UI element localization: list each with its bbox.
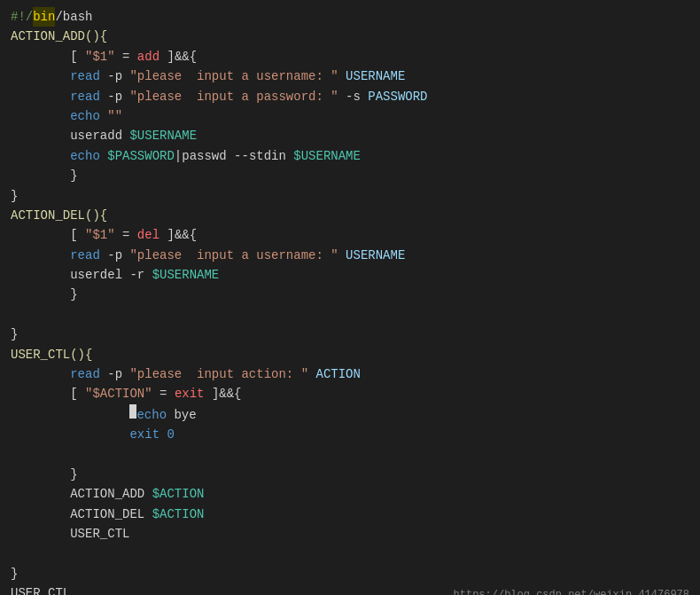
func-action-del: ACTION_DEL(){ [11, 206, 107, 225]
read-cmd4: read [70, 364, 100, 384]
echo-cmd: echo [70, 106, 100, 126]
dollar-username3: $USERNAME [152, 265, 220, 285]
prompt-action: "please input action: " [129, 364, 308, 384]
arg1b: "$1" [85, 225, 115, 245]
code-line-1: #!/bin/bash [0, 7, 700, 27]
code-line-13: read -p "please input a username: " USER… [0, 246, 700, 265]
pipe: | [175, 146, 182, 166]
var-username2: USERNAME [346, 246, 405, 265]
echo-str: "" [107, 106, 129, 126]
func-user-ctl: USER_CTL(){ [11, 345, 92, 364]
dollar-action: $ACTION [152, 484, 205, 504]
dollar-password: $PASSWORD [107, 146, 175, 166]
indent [11, 225, 70, 245]
indent [11, 166, 70, 185]
indent [11, 384, 70, 403]
code-line-12: [ "$1" = del ]&&{ [0, 225, 700, 245]
code-line-24: } [0, 465, 700, 484]
space2 [100, 106, 107, 126]
indent [11, 364, 70, 384]
code-line-19: read -p "please input action: " ACTION [0, 364, 700, 384]
indent [11, 465, 70, 484]
space4 [338, 246, 346, 265]
echo-cmd2: echo [70, 146, 100, 166]
indent [11, 524, 70, 544]
read-cmd3: read [70, 246, 100, 265]
indent [11, 484, 70, 504]
indent2 [11, 405, 129, 425]
close-brace5: } [70, 465, 77, 484]
read-cmd2: read [70, 87, 100, 106]
shebang: #!/ [11, 7, 33, 27]
code-line-7: useradd $USERNAME [0, 126, 700, 145]
close-brace6: } [11, 564, 18, 583]
userdel-cmd: userdel -r [70, 265, 152, 285]
close-brace2: } [11, 186, 18, 206]
code-line-5: read -p "please input a password: " -s P… [0, 87, 700, 106]
kw-del: del [137, 225, 159, 245]
indent [11, 106, 70, 126]
indent [11, 285, 70, 304]
bracket-close3: ] [204, 384, 219, 403]
space [338, 67, 346, 86]
eq2: = [115, 225, 137, 245]
indent [11, 265, 70, 285]
indent [11, 47, 70, 67]
close-brace4: } [11, 325, 18, 344]
code-line-9: } [0, 166, 700, 185]
useradd-cmd: useradd [70, 126, 129, 145]
and-brace3: &&{ [219, 384, 241, 403]
var-username: USERNAME [346, 67, 405, 86]
indent [11, 246, 70, 265]
func-action-add: ACTION_ADD(){ [11, 27, 107, 46]
flag-p4: -p [100, 364, 130, 384]
bracket-close2: ] [159, 225, 175, 245]
bin-highlight: bin [33, 7, 55, 27]
code-line-15: } [0, 285, 700, 304]
code-line-25: ACTION_ADD $ACTION [0, 484, 700, 504]
flag-p3: -p [100, 246, 130, 265]
code-line-11: ACTION_DEL(){ [0, 206, 700, 225]
code-line-10: } [0, 186, 700, 206]
read-cmd: read [70, 67, 100, 86]
indent [11, 146, 70, 166]
code-line-4: read -p "please input a username: " USER… [0, 67, 700, 86]
action-add-call: ACTION_ADD [70, 484, 152, 504]
code-editor: #!/bin/bash ACTION_ADD(){ [ "$1" = add ]… [0, 0, 700, 595]
code-line-21: echo bye [0, 404, 700, 425]
prompt-password: "please input a password: " [129, 87, 338, 106]
arg1: "$1" [85, 47, 115, 67]
kw-add: add [137, 47, 159, 67]
close-brace: } [70, 166, 77, 185]
code-line-8: echo $PASSWORD|passwd --stdin $USERNAME [0, 146, 700, 166]
echo-cmd3: echo [136, 405, 167, 425]
and-brace2: &&{ [175, 225, 197, 245]
code-line-6: echo "" [0, 106, 700, 126]
code-line-17: } [0, 325, 700, 344]
code-line-28 [0, 544, 700, 564]
action-del-call: ACTION_DEL [70, 505, 152, 524]
bracket-close: ] [159, 47, 175, 67]
space5 [308, 364, 315, 384]
indent [11, 126, 70, 145]
eq3: = [152, 384, 175, 403]
var-action: ACTION [315, 364, 360, 384]
indent [11, 87, 70, 106]
code-line-22: exit 0 [0, 425, 700, 444]
code-line-29: } [0, 564, 700, 583]
bracket-open2: [ [70, 225, 85, 245]
close-brace3: } [70, 285, 77, 304]
code-line-23 [0, 445, 700, 465]
prompt-username2: "please input a username: " [129, 246, 338, 265]
indent [11, 505, 70, 524]
prompt-username: "please input a username: " [129, 67, 338, 86]
flag-p: -p [100, 67, 130, 86]
dollar-action2: $ACTION [152, 505, 205, 524]
bracket-open: [ [70, 47, 85, 67]
code-line-2: ACTION_ADD(){ [0, 27, 700, 46]
var-password: PASSWORD [368, 87, 427, 106]
footer-url: https://blog.csdn.net/weixin_41476978 [454, 587, 689, 595]
code-line-18: USER_CTL(){ [0, 345, 700, 364]
dollar-action-str: "$ACTION" [85, 384, 152, 403]
user-ctl-call: USER_CTL [70, 524, 129, 544]
